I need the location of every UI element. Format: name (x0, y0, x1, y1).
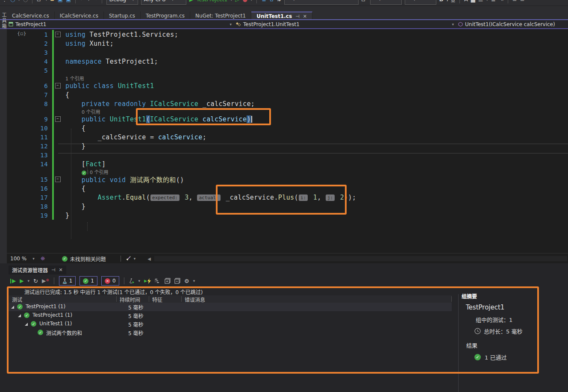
code-cleanup-dropdown-icon[interactable]: ▾ (134, 256, 136, 261)
code-line-12[interactable]: 12 } (7, 141, 568, 150)
zoom-select[interactable]: 100 %▾ (7, 256, 38, 262)
code-line-9[interactable]: 9− public UnitTest1(ICalcService calcSer… (7, 115, 568, 124)
tab-unittest1-cs[interactable]: UnitTest1.cs⊣✕ (251, 12, 312, 20)
code-line-17[interactable]: 17 Assert.Equal(expected: 3, actual: _ca… (7, 193, 568, 202)
breadcrumb-type[interactable]: TestProject1.UnitTest1 ▾ (234, 20, 456, 28)
find-in-files-icon[interactable]: 🗈 (261, 0, 267, 6)
code-line-19[interactable]: 19} (7, 211, 568, 220)
style-select[interactable]: ▾ (405, 0, 436, 5)
bold-icon[interactable]: B (439, 0, 444, 6)
code-line-7[interactable]: 7{ (7, 90, 568, 99)
breadcrumb-type-dropdown-icon[interactable]: ▾ (452, 22, 454, 27)
test-explorer-tab[interactable]: 测试资源管理器 ⊣ ✕ (9, 265, 66, 274)
code-line-5[interactable]: 5 (7, 66, 568, 75)
tab-startup-cs[interactable]: Startup.cs (104, 12, 141, 20)
issues-status-label[interactable]: 未找到相关问题 (70, 255, 106, 262)
pin-icon[interactable]: ⊣ (51, 267, 56, 273)
run-after-build-icon[interactable]: ▶ (144, 278, 151, 284)
tab-calcservice-cs[interactable]: CalcService.cs (7, 12, 55, 20)
start-target-label[interactable]: TestProject1 (197, 0, 227, 3)
test-passed-glyph[interactable]: ✓ (82, 171, 86, 175)
list-icon[interactable]: ≣ (491, 0, 496, 6)
run-tests-icon[interactable]: ▶ (20, 278, 24, 284)
italic-icon[interactable]: I (447, 0, 448, 6)
playlist-dropdown-icon[interactable]: ▾ (138, 279, 141, 283)
playlist-icon[interactable] (129, 278, 135, 284)
back-dropdown-icon[interactable]: ▾ (18, 0, 20, 2)
settings-gear-icon[interactable]: ⚙ (184, 278, 189, 284)
fold-collapse-icon[interactable]: − (55, 83, 61, 88)
expander-icon[interactable] (25, 323, 28, 326)
close-icon[interactable]: ✕ (59, 267, 63, 273)
run-all-tests-icon[interactable]: ▶ (10, 278, 16, 284)
start-debugging-icon[interactable]: ▶ (189, 0, 194, 6)
new-file-dropdown-icon[interactable]: ▾ (45, 0, 47, 2)
panel-divider[interactable] (458, 294, 459, 392)
font-color-icon[interactable]: A (464, 0, 468, 6)
breadcrumb-project[interactable]: TestProject1 ▾ (7, 20, 234, 28)
test-tree-row[interactable]: ✓测试两个数的和5 毫秒 (7, 328, 452, 337)
redo-icon[interactable]: ↷ (93, 0, 97, 6)
copy-style-icon[interactable]: 🗗 (362, 0, 367, 6)
tab-testprogram-cs[interactable]: TestProgram.cs (141, 12, 190, 20)
navigate-back-icon[interactable]: ◔ (10, 0, 15, 6)
failed-tests-filter[interactable]: × 0 (101, 276, 119, 286)
fold-collapse-icon[interactable]: − (55, 116, 61, 122)
start-without-debug-icon[interactable]: ▷ (235, 0, 240, 6)
indent-icon[interactable]: ⇥ (499, 0, 503, 6)
navigate-forward-icon[interactable]: ◷ (23, 0, 28, 6)
sync-icon[interactable]: ⇅ (277, 0, 281, 6)
code-line-13[interactable]: 13 (7, 150, 568, 159)
home-icon[interactable]: ⌂ (270, 0, 273, 6)
highlight-icon[interactable]: ▆ (471, 0, 475, 6)
pin-toolbar-icon[interactable]: ⌃ (528, 0, 533, 6)
settings-dropdown-icon[interactable]: ▾ (193, 279, 195, 283)
code-line-3[interactable]: 3 (7, 48, 568, 57)
collapse-all-icon[interactable] (174, 278, 180, 284)
code-line-11[interactable]: 11 _calcService = calcService; (7, 133, 568, 141)
font-select[interactable]: ▾ (284, 0, 359, 5)
save-icon[interactable]: ▣ (58, 0, 63, 6)
expander-icon[interactable] (11, 306, 14, 309)
code-line-4[interactable]: 4namespace TestProject1; (7, 57, 568, 66)
size-select[interactable]: ▾ (370, 0, 402, 5)
align-right-icon[interactable]: ≡ (520, 0, 525, 6)
horizontal-scrollbar[interactable] (154, 256, 567, 261)
codelens-row[interactable]: 0 个引用 (7, 108, 568, 115)
hot-reload-dropdown-icon[interactable]: ▾ (250, 0, 253, 2)
platform-select[interactable]: Any CPU▾ (141, 0, 186, 5)
borders-dropdown-icon[interactable]: ▾ (486, 0, 488, 2)
code-line-8[interactable]: 8 private readonly ICalcService _calcSer… (7, 99, 568, 108)
code-line-10[interactable]: 10 { (7, 124, 568, 133)
code-line-15[interactable]: 15− public void 测试两个数的和() (7, 175, 568, 184)
new-file-icon[interactable]: 🗗 (37, 0, 42, 6)
expander-icon[interactable] (18, 314, 21, 317)
tab-icalcservice-cs[interactable]: ICalcService.cs (55, 12, 104, 20)
start-dropdown-icon[interactable]: ▾ (230, 0, 232, 2)
configuration-select[interactable]: Debug▾ (106, 0, 138, 5)
borders-icon[interactable]: ☰ (478, 0, 483, 6)
code-line-1[interactable]: 1−using TestProject1.Services; (7, 30, 568, 39)
breadcrumb-project-dropdown-icon[interactable]: ▾ (230, 22, 232, 27)
expand-all-icon[interactable] (165, 278, 171, 284)
pin-icon[interactable]: ⊣ (295, 14, 300, 19)
undo-dropdown-icon[interactable]: ▾ (88, 0, 90, 2)
code-cleanup-icon[interactable] (125, 256, 131, 262)
fold-collapse-icon[interactable]: − (55, 32, 61, 37)
code-line-6[interactable]: 6−public class UnitTest1 (7, 81, 568, 90)
repeat-last-run-icon[interactable]: ↻ (33, 278, 38, 284)
test-tree-row[interactable]: ✓TestProject1 (1)5 毫秒 (7, 303, 452, 311)
run-dropdown-icon[interactable]: ▾ (27, 279, 29, 283)
total-tests-filter[interactable]: 1 (59, 276, 76, 286)
test-tree-row[interactable]: ✓UnitTest1 (1)5 毫秒 (7, 320, 452, 328)
align-left-icon[interactable]: ≡ (512, 0, 517, 6)
test-table-header[interactable]: 测试 持续时间 特征 错误消息 (7, 295, 452, 303)
code-line-18[interactable]: 18 } (7, 202, 568, 211)
code-line-14[interactable]: 14 [Fact] (7, 159, 568, 168)
codelens-row[interactable]: ✓0 个引用 (7, 168, 568, 175)
fold-collapse-icon[interactable]: − (55, 177, 61, 182)
intellicode-icon[interactable]: ❊ (41, 253, 45, 265)
code-editor[interactable]: {▫} 1−using TestProject1.Services;2using… (7, 29, 568, 253)
breadcrumb-member[interactable]: UnitTest1(ICalcService calcService) (456, 20, 555, 28)
cancel-run-icon[interactable]: ▶⊗ (42, 278, 49, 284)
